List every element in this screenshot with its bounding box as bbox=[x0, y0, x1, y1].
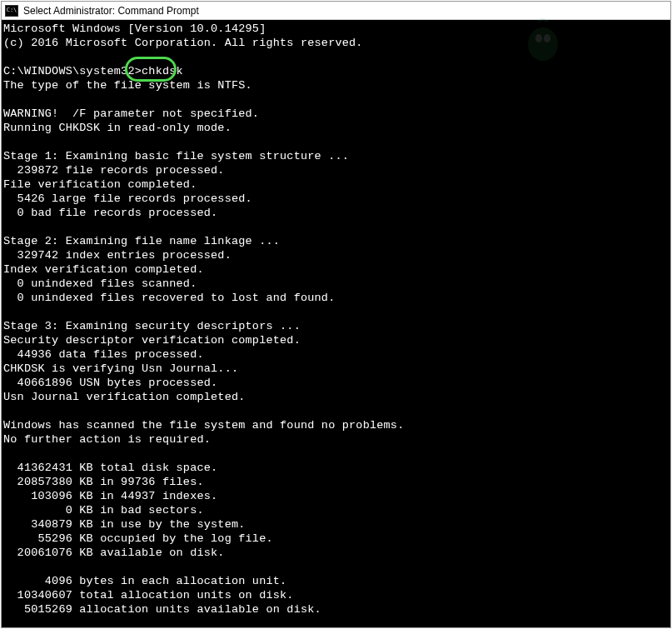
output-line: No further action is required. bbox=[3, 433, 211, 446]
titlebar[interactable]: C:\ Select Administrator: Command Prompt bbox=[2, 2, 670, 20]
output-line: 0 KB in bad sectors. bbox=[3, 504, 204, 517]
output-line: Stage 3: Examining security descriptors … bbox=[3, 320, 301, 332]
output-line: Usn Journal verification completed. bbox=[3, 391, 246, 403]
output-line: 44936 data files processed. bbox=[3, 348, 204, 361]
output-line: 55296 KB occupied by the log file. bbox=[3, 532, 273, 545]
output-line: WARNING! /F parameter not specified. bbox=[3, 107, 259, 120]
cmd-window: C:\ Select Administrator: Command Prompt… bbox=[1, 1, 671, 628]
terminal-output[interactable]: Microsoft Windows [Version 10.0.14295] (… bbox=[2, 20, 670, 618]
cmd-icon-glyph: C:\ bbox=[7, 7, 17, 13]
output-line: 239872 file records processed. bbox=[3, 164, 225, 177]
output-line: 20061076 KB available on disk. bbox=[3, 547, 225, 559]
output-line: 5015269 allocation units available on di… bbox=[3, 603, 321, 616]
output-line: Stage 2: Examining file name linkage ... bbox=[3, 235, 280, 247]
output-line: 4096 bytes in each allocation unit. bbox=[3, 575, 286, 587]
output-line: 329742 index entries processed. bbox=[3, 249, 231, 262]
svg-point-0 bbox=[528, 27, 558, 61]
cmd-icon: C:\ bbox=[5, 5, 18, 17]
output-line: 5426 large file records processed. bbox=[3, 192, 252, 205]
output-line: File verification completed. bbox=[3, 178, 197, 191]
output-line: 0 unindexed files scanned. bbox=[3, 277, 197, 290]
output-line: Windows has scanned the file system and … bbox=[3, 419, 404, 432]
output-line: Stage 1: Examining basic file system str… bbox=[3, 150, 349, 162]
output-line: The type of the file system is NTFS. bbox=[3, 79, 252, 92]
output-line: Index verification completed. bbox=[3, 263, 204, 276]
output-line: CHKDSK is verifying Usn Journal... bbox=[3, 362, 238, 375]
output-line: 0 unindexed files recovered to lost and … bbox=[3, 292, 335, 304]
output-line: 340879 KB in use by the system. bbox=[3, 518, 246, 531]
output-line: 20857380 KB in 99736 files. bbox=[3, 476, 204, 488]
output-line: Security descriptor verification complet… bbox=[3, 334, 301, 347]
prompt-command: chkdsk bbox=[142, 65, 183, 77]
output-line: 40661896 USN bytes processed. bbox=[3, 377, 217, 389]
output-line: 41362431 KB total disk space. bbox=[3, 462, 217, 474]
output-line: (c) 2016 Microsoft Corporation. All righ… bbox=[3, 37, 363, 49]
output-line: Running CHKDSK in read-only mode. bbox=[3, 122, 231, 134]
watermark-icon bbox=[522, 15, 564, 68]
output-line: 0 bad file records processed. bbox=[3, 207, 217, 219]
output-line: 103096 KB in 44937 indexes. bbox=[3, 490, 217, 502]
prompt-path: C:\WINDOWS\system32> bbox=[3, 65, 142, 77]
window-title: Select Administrator: Command Prompt bbox=[23, 5, 199, 17]
svg-point-2 bbox=[544, 34, 550, 42]
output-line: 10340607 total allocation units on disk. bbox=[3, 589, 294, 602]
output-line: Microsoft Windows [Version 10.0.14295] bbox=[3, 22, 266, 35]
svg-point-1 bbox=[535, 34, 542, 42]
